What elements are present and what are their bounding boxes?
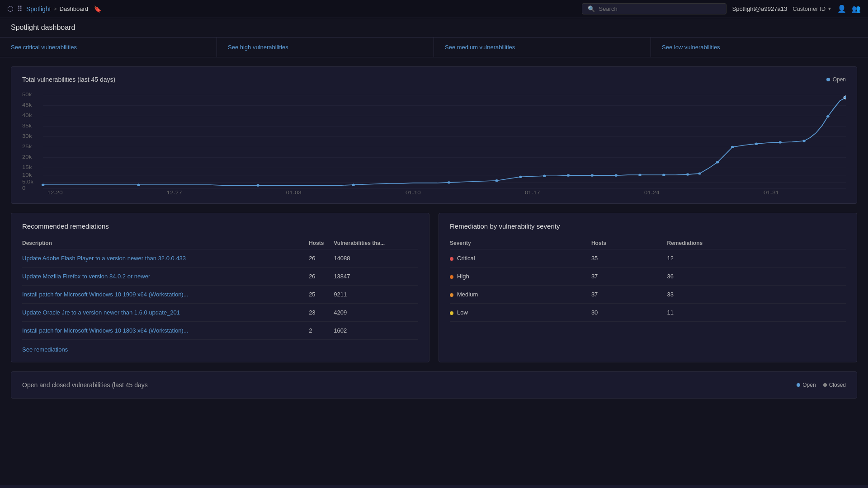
account-icon[interactable]: 👥 <box>852 5 861 13</box>
rem-vulns: 9211 <box>334 286 418 304</box>
sev-remediations: 36 <box>667 267 846 286</box>
spotlight-nav-link[interactable]: Spotlight <box>26 5 51 13</box>
severity-row: High 37 36 <box>450 267 846 286</box>
sev-label: High <box>450 267 591 286</box>
bottom-chart-legend: Open Closed <box>797 382 846 388</box>
bottom-panels: Recommended remediations Description Hos… <box>11 213 857 362</box>
total-vulnerabilities-chart-section: Total vulnerabilities (last 45 days) Ope… <box>11 66 857 204</box>
sev-remediations: 33 <box>667 286 846 304</box>
medium-vuln-card: See medium vulnerabilities <box>434 38 651 57</box>
severity-panel-title: Remediation by vulnerability severity <box>450 222 846 230</box>
svg-text:10k: 10k <box>22 173 32 178</box>
desc-col-header: Description <box>22 237 309 249</box>
svg-point-31 <box>591 174 594 177</box>
data-points <box>42 96 846 187</box>
sev-remediations: 11 <box>667 304 846 322</box>
open-legend-dot <box>826 78 830 81</box>
app-icon: ⬡ <box>7 5 14 13</box>
severity-panel: Remediation by vulnerability severity Se… <box>439 213 857 362</box>
sev-label: Low <box>450 304 591 322</box>
main-content: Total vulnerabilities (last 45 days) Ope… <box>0 57 868 485</box>
sev-rem-col-header: Remediations <box>667 237 846 249</box>
svg-text:15k: 15k <box>22 164 32 170</box>
search-input[interactable] <box>599 5 698 12</box>
svg-point-26 <box>448 181 451 183</box>
see-remediations-link[interactable]: See remediations <box>22 346 418 353</box>
closed-dot <box>823 383 827 387</box>
severity-dot <box>450 257 453 261</box>
sev-label: Medium <box>450 286 591 304</box>
svg-point-42 <box>826 115 830 117</box>
svg-point-27 <box>495 179 498 182</box>
rem-hosts: 23 <box>309 304 334 322</box>
chevron-down-icon: ▼ <box>827 6 832 11</box>
chart-header: Total vulnerabilities (last 45 days) Ope… <box>22 76 846 83</box>
username: Spotlight@a9927a13 <box>732 5 787 12</box>
rem-vulns: 13847 <box>334 267 418 286</box>
page-title: Spotlight dashboard <box>11 23 857 32</box>
chart-title: Total vulnerabilities (last 45 days) <box>22 76 115 83</box>
see-high-link[interactable]: See high vulnerabilities <box>228 44 288 51</box>
breadcrumb-dashboard: Dashboard <box>60 5 89 12</box>
rem-description: Install patch for Microsoft Windows 10 1… <box>22 322 309 340</box>
sev-remediations: 12 <box>667 249 846 267</box>
severity-row: Medium 37 33 <box>450 286 846 304</box>
rem-link-0[interactable]: Update Adobe Flash Player to a version n… <box>22 255 186 262</box>
rem-link-4[interactable]: Install patch for Microsoft Windows 10 1… <box>22 327 189 334</box>
line-chart-svg: 50k 45k 40k 35k 30k 25k 20k 15k 10k 5.0k… <box>22 90 846 194</box>
svg-point-39 <box>755 143 758 145</box>
bottom-chart-title: Open and closed vulnerabilities (last 45… <box>22 381 148 389</box>
search-bar[interactable]: 🔍 <box>582 3 726 14</box>
y-axis: 50k 45k 40k 35k 30k 25k 20k 15k 10k 5.0k… <box>22 92 33 191</box>
severity-row: Critical 35 12 <box>450 249 846 267</box>
rem-link-3[interactable]: Update Oracle Jre to a version newer tha… <box>22 309 180 316</box>
svg-text:01-03: 01-03 <box>286 190 302 194</box>
svg-point-38 <box>731 146 734 148</box>
svg-point-28 <box>519 176 522 178</box>
svg-point-29 <box>543 175 546 177</box>
rem-vulns: 4209 <box>334 304 418 322</box>
remediation-row: Install patch for Microsoft Windows 10 1… <box>22 322 418 340</box>
chart-legend: Open <box>826 76 846 83</box>
hosts-col-header: Hosts <box>309 237 334 249</box>
see-critical-link[interactable]: See critical vulnerabilities <box>11 44 77 51</box>
remediation-row: Update Mozilla Firefox to version 84.0.2… <box>22 267 418 286</box>
closed-legend-item: Closed <box>823 382 846 388</box>
svg-text:0: 0 <box>22 185 26 191</box>
severity-table: Severity Hosts Remediations Critical 35 … <box>450 237 846 322</box>
severity-dot <box>450 311 453 315</box>
svg-text:01-10: 01-10 <box>406 190 421 194</box>
svg-text:35k: 35k <box>22 123 32 128</box>
customer-id-dropdown[interactable]: Customer ID ▼ <box>793 5 832 12</box>
svg-text:30k: 30k <box>22 133 32 139</box>
svg-point-35 <box>686 173 689 175</box>
open-legend-label: Open <box>833 76 846 83</box>
see-low-link[interactable]: See low vulnerabilities <box>662 44 720 51</box>
svg-point-24 <box>256 184 259 187</box>
svg-text:45k: 45k <box>22 102 32 108</box>
rem-vulns: 1602 <box>334 322 418 340</box>
svg-point-40 <box>778 141 782 143</box>
sev-hosts: 37 <box>591 267 667 286</box>
svg-point-36 <box>698 172 701 174</box>
svg-point-32 <box>614 174 618 177</box>
x-axis: 12-20 12-27 01-03 01-10 01-17 01-24 01-3… <box>47 190 779 194</box>
rem-link-2[interactable]: Install patch for Microsoft Windows 10 1… <box>22 291 189 298</box>
sev-col-header: Severity <box>450 237 591 249</box>
see-medium-link[interactable]: See medium vulnerabilities <box>445 44 515 51</box>
sev-label: Critical <box>450 249 591 267</box>
search-icon: 🔍 <box>588 5 595 12</box>
navbar-right: Spotlight@a9927a13 Customer ID ▼ 👤 👥 <box>732 5 861 13</box>
rem-description: Install patch for Microsoft Windows 10 1… <box>22 286 309 304</box>
svg-point-37 <box>716 161 719 163</box>
page-header: Spotlight dashboard <box>0 18 868 38</box>
grid-icon: ⠿ <box>17 5 23 13</box>
rem-link-1[interactable]: Update Mozilla Firefox to version 84.0.2… <box>22 273 150 280</box>
svg-text:12-27: 12-27 <box>167 190 182 194</box>
sev-hosts: 35 <box>591 249 667 267</box>
user-profile-icon[interactable]: 👤 <box>837 5 846 13</box>
high-vuln-card: See high vulnerabilities <box>217 38 434 57</box>
svg-text:20k: 20k <box>22 154 32 160</box>
open-dot <box>797 383 800 387</box>
vulns-col-header: Vulnerabilities tha... <box>334 237 418 249</box>
